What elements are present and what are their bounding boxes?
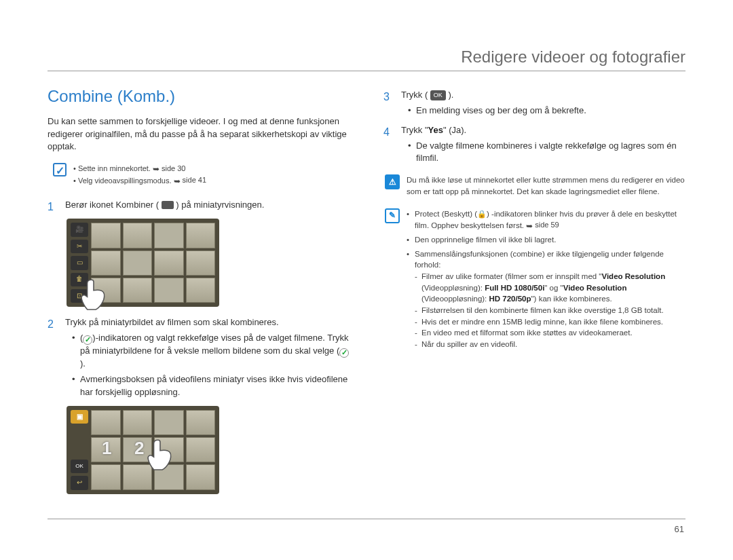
thumbnail-grid (91, 223, 215, 303)
thumbnail-cell[interactable] (154, 223, 184, 248)
side-button[interactable]: ▭ (71, 256, 88, 269)
thumbnail-sidebar: 🎥 ✂ ▭ 🗑 ⊡ (71, 223, 88, 303)
step-bullet: ()-indikatoren og valgt rekkefølge vises… (72, 332, 350, 371)
note-item: Protect (Beskytt) (🔒) -indikatoren blink… (407, 208, 685, 231)
note-subitem: Filstørrelsen til den kombinerte filmen … (415, 305, 685, 316)
thumbnail-cell[interactable] (123, 410, 153, 435)
side-button-active[interactable]: ▣ (71, 410, 88, 424)
lock-icon: 🔒 (477, 209, 487, 220)
step-bullet: Avmerkingsboksen på videofilens miniatyr… (72, 373, 350, 399)
step-number: 4 (383, 124, 393, 168)
step-bullet: De valgte filmene kombineres i valgte re… (408, 140, 685, 166)
thumbnail-cell[interactable] (154, 464, 184, 489)
selection-number: 2 (134, 436, 144, 462)
back-button[interactable]: ↩ (71, 476, 88, 489)
warning-text: Du må ikke løse ut minnekortet eller kut… (407, 174, 685, 197)
thumbnail-cell[interactable] (186, 223, 216, 248)
thumbnail-cell[interactable] (91, 223, 121, 248)
thumbnail-cell[interactable] (154, 250, 184, 276)
step-body: Trykk "Yes" (Ja). De valgte filmene komb… (401, 124, 685, 168)
header-rule (48, 71, 685, 71)
prereq-item: Sette inn minnekortet. ➥side 30 (73, 163, 206, 174)
check-icon (339, 348, 349, 358)
ok-button[interactable]: OK (71, 460, 88, 473)
note-body: Protect (Beskytt) (🔒) -indikatoren blink… (407, 208, 685, 353)
side-button[interactable]: ⊡ (71, 289, 88, 303)
side-button[interactable]: ✂ (71, 240, 88, 253)
note-callout: ✎ Protect (Beskytt) (🔒) -indikatoren bli… (385, 208, 685, 353)
prerequisite-list: Sette inn minnekortet. ➥side 30 Velg vid… (73, 163, 206, 187)
warning-callout: ⚠ Du må ikke løse ut minnekortet eller k… (385, 174, 685, 197)
step-body: Berør ikonet Kombiner ( ) på miniatyrvis… (65, 199, 350, 214)
content-columns: Combine (Komb.) Du kan sette sammen to f… (48, 85, 685, 504)
thumbnail-cell[interactable] (186, 410, 216, 435)
thumbnail-cell[interactable] (186, 437, 216, 462)
selection-number: 1 (102, 436, 111, 462)
note-subitem: Når du spiller av en videofil. (415, 339, 685, 350)
column-right: 3 Trykk ( OK ). En melding vises og ber … (383, 85, 685, 504)
step: 2 Trykk på miniatyrbildet av filmen som … (48, 316, 350, 401)
thumbnail-cell[interactable] (186, 278, 216, 303)
checkbox-icon (53, 163, 67, 176)
thumbnail-cell[interactable] (91, 278, 121, 303)
thumbnail-cell[interactable] (186, 464, 216, 489)
step-number: 1 (48, 199, 57, 214)
note-subitem: Filmer av ulike formater (filmer som er … (415, 271, 685, 305)
thumbnail-cell[interactable] (154, 410, 184, 435)
note-item: Den opprinnelige filmen vil ikke bli lag… (407, 234, 685, 246)
intro-text: Du kan sette sammen to forskjellige vide… (48, 115, 350, 154)
step-number: 2 (48, 316, 57, 401)
thumbnail-sidebar: ▣ OK ↩ (71, 410, 88, 490)
prereq-item: Velg videoavspillingsmodus. ➥side 41 (73, 175, 206, 187)
thumbnail-cell[interactable] (123, 223, 153, 248)
step: 4 Trykk "Yes" (Ja). De valgte filmene ko… (383, 124, 685, 168)
thumbnail-panel: ▣ OK ↩ 1 2 (67, 406, 219, 494)
warning-icon: ⚠ (385, 174, 400, 189)
note-subitem: En video med et filformat som ikke støtt… (415, 327, 685, 339)
thumbnail-cell[interactable] (186, 250, 216, 276)
note-subitem: Hvis det er mindre enn 15MB ledig minne,… (415, 316, 685, 328)
step-body: Trykk ( OK ). En melding vises og ber de… (401, 89, 685, 120)
page-number: 61 (675, 524, 684, 534)
section-title: Combine (Komb.) (48, 85, 350, 109)
page-ref-arrow-icon: ➥ (153, 164, 159, 175)
note-item: Sammenslåingsfunksjonen (combine) er ikk… (407, 248, 685, 350)
step-bullet: En melding vises og ber deg om å bekreft… (408, 105, 685, 117)
thumbnail-cell[interactable] (154, 437, 184, 462)
thumbnail-panel: 🎥 ✂ ▭ 🗑 ⊡ (67, 219, 219, 307)
combine-icon (162, 201, 174, 209)
ok-icon: OK (430, 90, 446, 100)
step: 1 Berør ikonet Kombiner ( ) på miniatyrv… (48, 199, 350, 214)
check-icon (83, 335, 92, 345)
thumbnail-cell[interactable] (91, 464, 121, 489)
step-number: 3 (383, 89, 393, 120)
prerequisite-box: Sette inn minnekortet. ➥side 30 Velg vid… (53, 163, 350, 187)
side-button[interactable]: 🎥 (71, 223, 88, 236)
thumbnail-cell[interactable] (91, 410, 121, 435)
step: 3 Trykk ( OK ). En melding vises og ber … (383, 89, 685, 120)
step-body: Trykk på miniatyrbildet av filmen som sk… (65, 316, 350, 401)
thumbnail-cell[interactable] (123, 278, 153, 303)
column-left: Combine (Komb.) Du kan sette sammen to f… (48, 85, 350, 504)
thumbnail-cell[interactable] (123, 250, 153, 276)
thumbnail-cell[interactable] (123, 464, 153, 489)
note-icon: ✎ (385, 208, 400, 223)
page-ref-arrow-icon: ➥ (526, 221, 533, 232)
chapter-title: Redigere videoer og fotografier (48, 48, 685, 67)
side-button[interactable]: 🗑 (71, 273, 88, 286)
thumbnail-cell[interactable] (91, 250, 121, 276)
page-ref-arrow-icon: ➥ (174, 176, 181, 187)
thumbnail-cell[interactable] (154, 278, 184, 303)
footer-rule (48, 519, 685, 519)
